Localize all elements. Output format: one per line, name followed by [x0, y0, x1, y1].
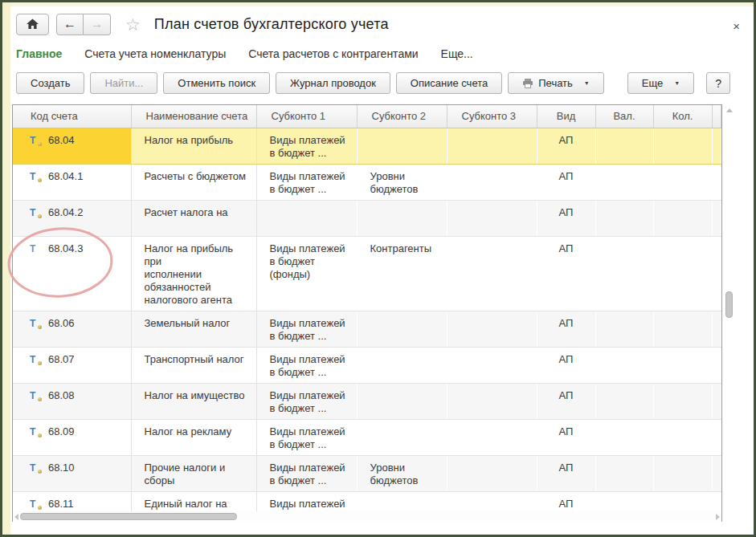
tab-glavnoe[interactable]: Главное — [16, 46, 62, 62]
subconto-1: Виды платежей в бюджет ... — [256, 455, 357, 491]
row-spacer — [712, 383, 721, 419]
quantity-flag — [653, 311, 712, 347]
journal-button[interactable]: Журнал проводок — [276, 72, 390, 94]
print-label: Печать — [538, 77, 573, 89]
horizontal-scrollbar[interactable] — [13, 511, 721, 522]
subconto-2: Уровни бюджетов — [357, 164, 447, 200]
account-t-dot-icon: T — [30, 353, 38, 366]
account-name: Налог на прибыль при исполнении обязанно… — [131, 236, 256, 311]
column-header[interactable]: Субконто 1 — [256, 105, 357, 128]
table-row[interactable]: T68.06Земельный налогВиды платежей в бюд… — [13, 311, 721, 347]
column-header[interactable]: Наименование счета — [131, 105, 256, 128]
more-button[interactable]: Еще ▼ — [627, 72, 694, 94]
account-code: 68.04.2 — [48, 206, 83, 219]
currency-flag — [595, 419, 653, 455]
account-name: Налог на имущество — [131, 383, 256, 419]
currency-flag — [595, 164, 653, 200]
table-row[interactable]: T68.04.3Налог на прибыль при исполнении … — [13, 236, 721, 311]
table-row[interactable]: T68.04.2Расчет налога наАП — [13, 200, 721, 236]
toolbar: Создать Найти... Отменить поиск Журнал п… — [16, 72, 730, 94]
account-code: 68.04.3 — [48, 242, 83, 255]
home-button[interactable] — [16, 14, 49, 35]
window-top-strip — [2, 2, 754, 6]
subconto-1: Виды платежей в бюджет ... — [256, 128, 357, 164]
scroll-right-icon[interactable] — [716, 514, 720, 520]
table-row[interactable]: T68.09Налог на рекламуВиды платежей в бю… — [13, 419, 721, 455]
quantity-flag — [653, 455, 712, 491]
column-header[interactable]: Код счета — [13, 105, 131, 128]
favorite-star-icon[interactable]: ☆ — [125, 16, 141, 33]
account-kind: АП — [537, 419, 595, 455]
tab-scheta-ucheta-nomenklatury[interactable]: Счета учета номенклатуры — [84, 46, 226, 62]
column-header[interactable]: Субконто 2 — [357, 105, 447, 128]
scroll-up-icon[interactable] — [726, 108, 733, 112]
create-button[interactable]: Создать — [16, 72, 84, 94]
subconto-2: Контрагенты — [357, 236, 447, 311]
scroll-left-icon[interactable] — [14, 514, 18, 520]
vertical-scrollbar[interactable] — [725, 105, 734, 521]
account-description-button[interactable]: Описание счета — [396, 72, 502, 94]
back-arrow-icon: ← — [63, 17, 76, 31]
account-name: Земельный налог — [131, 311, 256, 347]
more-label: Еще — [642, 77, 663, 89]
close-icon[interactable]: × — [733, 19, 740, 33]
currency-flag — [595, 383, 653, 419]
window-left-strip — [2, 2, 10, 535]
quantity-flag — [653, 236, 712, 311]
help-button[interactable]: ? — [706, 72, 730, 94]
quantity-flag — [653, 200, 712, 236]
forward-button[interactable]: → — [84, 14, 111, 35]
find-button[interactable]: Найти... — [90, 72, 157, 94]
column-header[interactable]: Вал. — [595, 105, 653, 128]
row-spacer — [712, 347, 721, 383]
quantity-flag — [653, 164, 712, 200]
currency-flag — [595, 200, 653, 236]
account-kind: АП — [537, 128, 595, 164]
account-t-dot-icon: T — [30, 425, 38, 438]
column-header[interactable]: Вид — [537, 105, 595, 128]
account-t-dot-icon: T — [30, 134, 38, 147]
titlebar: ← → ☆ План счетов бухгалтерского учета — [16, 12, 389, 36]
vertical-scrollbar-thumb[interactable] — [725, 291, 733, 318]
row-spacer — [712, 311, 721, 347]
subconto-3 — [447, 419, 537, 455]
subconto-3 — [447, 383, 537, 419]
account-code: 68.06 — [48, 317, 75, 330]
subconto-1: Виды платежей в бюджет (фонды) — [256, 236, 357, 311]
account-t-dot-icon: T — [30, 170, 38, 183]
column-header[interactable]: Кол. — [653, 105, 712, 128]
subconto-2 — [357, 128, 447, 164]
column-header-spacer — [712, 105, 721, 128]
table-header-row: Код счетаНаименование счетаСубконто 1Суб… — [13, 105, 721, 128]
subconto-3 — [447, 455, 537, 491]
account-t-dot-icon: T — [30, 462, 38, 474]
subconto-2 — [357, 419, 447, 455]
subconto-2 — [357, 311, 447, 347]
table-row[interactable]: T68.04Налог на прибыльВиды платежей в бю… — [13, 128, 721, 164]
subconto-2 — [357, 200, 447, 236]
back-button[interactable]: ← — [56, 14, 84, 35]
subconto-2 — [357, 347, 447, 383]
column-header[interactable]: Субконто 3 — [447, 105, 537, 128]
account-name: Транспортный налог — [131, 347, 256, 383]
table-row[interactable]: T68.04.1Расчеты с бюджетомВиды платежей … — [13, 164, 721, 200]
subconto-3 — [447, 164, 537, 200]
account-code: 68.04 — [48, 134, 75, 147]
currency-flag — [595, 128, 653, 164]
accounts-table: Код счетаНаименование счетаСубконто 1Суб… — [12, 104, 722, 522]
table-row[interactable]: T68.08Налог на имуществоВиды платежей в … — [13, 383, 721, 419]
tab-eshche[interactable]: Еще... — [441, 46, 473, 62]
account-name: Прочие налоги и сборы — [131, 455, 256, 491]
table-row[interactable]: T68.10Прочие налоги и сборыВиды платежей… — [13, 455, 721, 491]
account-code: 68.07 — [48, 353, 75, 366]
account-code: 68.10 — [48, 462, 75, 474]
account-t-dot-icon: T — [30, 498, 38, 511]
account-kind: АП — [537, 455, 595, 491]
cancel-search-button[interactable]: Отменить поиск — [163, 72, 270, 94]
page-title: План счетов бухгалтерского учета — [154, 16, 389, 33]
tab-scheta-raschetov-s-kontragentami[interactable]: Счета расчетов с контрагентами — [248, 46, 418, 62]
print-button[interactable]: Печать ▼ — [508, 72, 604, 94]
row-spacer — [712, 455, 721, 491]
table-row[interactable]: T68.07Транспортный налогВиды платежей в … — [13, 347, 721, 383]
horizontal-scrollbar-thumb[interactable] — [20, 513, 237, 520]
